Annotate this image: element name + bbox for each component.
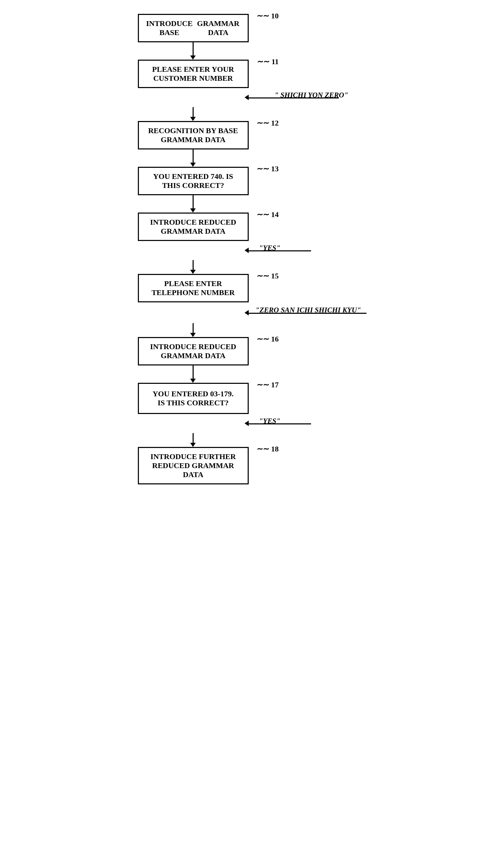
- node-17-text: YOU ENTERED 03-179.IS THIS CORRECT?: [152, 389, 233, 407]
- node-15-label: ∼∼ 15: [257, 271, 279, 281]
- input-label-17: "YES": [259, 417, 281, 425]
- node-13-label: ∼∼ 13: [257, 164, 279, 173]
- node-10-label: ∼∼ 10: [257, 11, 279, 20]
- node-12-label: ∼∼ 12: [257, 119, 279, 128]
- node-11-label: ∼∼ 11: [257, 57, 278, 66]
- node-18-box: INTRODUCE FURTHERREDUCED GRAMMARDATA ∼∼ …: [138, 447, 249, 484]
- node-13-box: YOU ENTERED 740. ISTHIS CORRECT? ∼∼ 13: [138, 167, 249, 195]
- squiggle-11: ∼∼: [257, 57, 269, 66]
- node-17-label: ∼∼ 17: [257, 380, 279, 389]
- flowchart: INTRODUCE BASE GRAMMAR DATA ∼∼ 10 PLEASE…: [117, 14, 429, 484]
- squiggle-15: ∼∼: [257, 271, 269, 280]
- node-11-box: PLEASE ENTER YOURCUSTOMER NUMBER ∼∼ 11: [138, 60, 249, 88]
- node-14-label: ∼∼ 14: [257, 210, 279, 219]
- node-18-text: INTRODUCE FURTHERREDUCED GRAMMARDATA: [150, 452, 236, 479]
- node-10-box: INTRODUCE BASE GRAMMAR DATA ∼∼ 10: [138, 14, 249, 42]
- node-12-box: RECOGNITION BY BASEGRAMMAR DATA ∼∼ 12: [138, 121, 249, 149]
- input-label-15: "ZERO SAN ICHI SHICHI KYU": [256, 306, 361, 314]
- node-12-text: RECOGNITION BY BASEGRAMMAR DATA: [148, 126, 238, 144]
- squiggle-10: ∼∼: [257, 11, 269, 20]
- node-10-text2: GRAMMAR DATA: [194, 19, 242, 37]
- node-14-box: INTRODUCE REDUCEDGRAMMAR DATA ∼∼ 14: [138, 213, 249, 241]
- node-16-box: INTRODUCE REDUCEDGRAMMAR DATA ∼∼ 16: [138, 337, 249, 365]
- squiggle-16: ∼∼: [257, 335, 269, 343]
- node-16-text: INTRODUCE REDUCEDGRAMMAR DATA: [150, 342, 236, 360]
- node-11-text: PLEASE ENTER YOURCUSTOMER NUMBER: [152, 65, 234, 83]
- input-label-14: "YES": [259, 244, 281, 252]
- input-label-11: " SHICHI YON ZERO": [275, 91, 348, 100]
- node-13-text: YOU ENTERED 740. ISTHIS CORRECT?: [153, 172, 233, 190]
- squiggle-17: ∼∼: [257, 380, 269, 389]
- squiggle-12: ∼∼: [257, 119, 269, 127]
- squiggle-14: ∼∼: [257, 210, 269, 219]
- squiggle-18: ∼∼: [257, 445, 269, 453]
- node-17-box: YOU ENTERED 03-179.IS THIS CORRECT? ∼∼ 1…: [138, 383, 249, 414]
- node-15-box: PLEASE ENTERTELEPHONE NUMBER ∼∼ 15: [138, 274, 249, 302]
- node-15-text: PLEASE ENTERTELEPHONE NUMBER: [151, 279, 235, 297]
- node-10-text: INTRODUCE BASE: [144, 19, 195, 37]
- node-14-text: INTRODUCE REDUCEDGRAMMAR DATA: [150, 218, 236, 236]
- node-18-label: ∼∼ 18: [257, 445, 279, 454]
- squiggle-13: ∼∼: [257, 164, 269, 173]
- node-16-label: ∼∼ 16: [257, 335, 279, 344]
